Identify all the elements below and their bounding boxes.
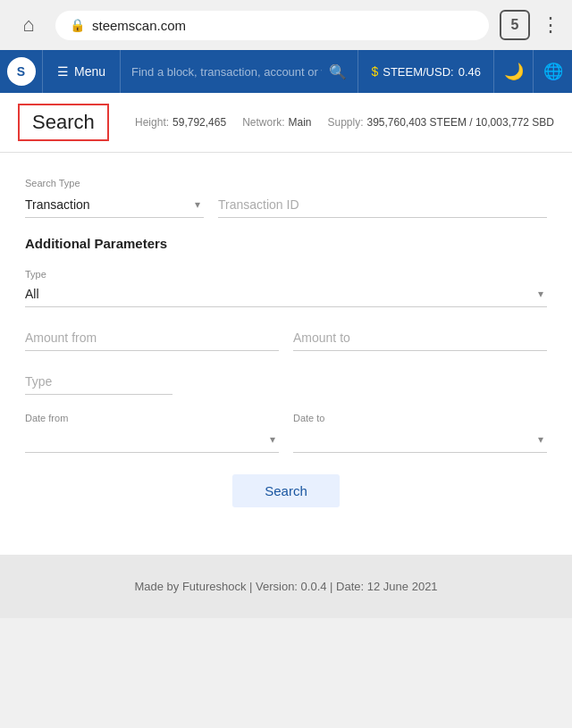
network-stat: Network: Main bbox=[242, 116, 311, 129]
search-button[interactable]: Search bbox=[232, 474, 340, 507]
additional-params-title: Additional Parameters bbox=[25, 236, 547, 251]
nav-price: $ STEEM/USD: 0.46 bbox=[358, 50, 493, 93]
nav-logo[interactable]: S bbox=[0, 50, 43, 93]
date-to-group: Date to ▾ bbox=[293, 413, 547, 453]
height-value: 59,792,465 bbox=[172, 116, 226, 129]
type-label: Type bbox=[25, 269, 46, 280]
search-type-group: Search Type Transaction Block Account Wi… bbox=[25, 178, 204, 218]
date-row: Date from ▾ Date to ▾ bbox=[25, 413, 547, 453]
address-bar[interactable]: 🔒 steemscan.com bbox=[55, 11, 489, 40]
home-icon: ⌂ bbox=[22, 13, 34, 37]
browser-chrome: ⌂ 🔒 steemscan.com 5 ⋮ bbox=[0, 0, 572, 50]
nav-actions: 🌙 🌐 bbox=[493, 50, 572, 93]
menu-label: Menu bbox=[74, 64, 105, 79]
amount-row bbox=[25, 325, 547, 351]
price-label: STEEM/USD: bbox=[383, 65, 453, 79]
date-from-select[interactable] bbox=[25, 427, 279, 453]
nav-search-area: 🔍 bbox=[121, 63, 358, 80]
supply-label: Supply: bbox=[327, 116, 363, 129]
nav-search-input[interactable] bbox=[131, 65, 322, 79]
transaction-id-group bbox=[218, 192, 547, 218]
search-type-label: Search Type bbox=[25, 178, 204, 188]
price-value: 0.46 bbox=[458, 65, 481, 79]
date-to-select-wrapper: ▾ bbox=[293, 427, 547, 453]
date-from-select-wrapper: ▾ bbox=[25, 427, 279, 453]
amount-from-group bbox=[25, 325, 279, 351]
amount-to-group bbox=[293, 325, 547, 351]
amount-to-input[interactable] bbox=[293, 325, 547, 351]
lock-icon: 🔒 bbox=[70, 18, 85, 32]
supply-value: 395,760,403 STEEM / 10,003,772 SBD bbox=[367, 116, 554, 129]
height-label: Height: bbox=[135, 116, 169, 129]
amount-from-input[interactable] bbox=[25, 325, 279, 351]
transaction-id-input[interactable] bbox=[218, 192, 547, 218]
logo-circle: S bbox=[7, 57, 36, 86]
date-to-label: Date to bbox=[293, 413, 547, 423]
search-type-row: Search Type Transaction Block Account Wi… bbox=[25, 178, 547, 218]
nav-menu-button[interactable]: ☰ Menu bbox=[43, 50, 121, 93]
type-text-input[interactable] bbox=[25, 369, 172, 395]
page-title: Search bbox=[18, 104, 109, 141]
additional-params-section: Additional Parameters Type All Transfer … bbox=[25, 236, 547, 453]
main-content: Search Type Transaction Block Account Wi… bbox=[0, 153, 572, 555]
page-stats: Height: 59,792,465 Network: Main Supply:… bbox=[135, 116, 554, 129]
tab-count-badge[interactable]: 5 bbox=[500, 10, 530, 40]
date-from-group: Date from ▾ bbox=[25, 413, 279, 453]
browser-menu-button[interactable]: ⋮ bbox=[541, 13, 559, 37]
network-label: Network: bbox=[242, 116, 284, 129]
home-button[interactable]: ⌂ bbox=[13, 9, 45, 41]
dollar-icon: $ bbox=[371, 64, 378, 79]
network-value: Main bbox=[288, 116, 311, 129]
supply-stat: Supply: 395,760,403 STEEM / 10,003,772 S… bbox=[327, 116, 554, 129]
dark-mode-button[interactable]: 🌙 bbox=[493, 50, 533, 93]
page-header: Search Height: 59,792,465 Network: Main … bbox=[0, 93, 572, 153]
date-from-label: Date from bbox=[25, 413, 279, 423]
footer: Made by Futureshock | Version: 0.0.4 | D… bbox=[0, 555, 572, 618]
navbar: S ☰ Menu 🔍 $ STEEM/USD: 0.46 🌙 🌐 bbox=[0, 50, 572, 93]
menu-hamburger-icon: ☰ bbox=[57, 64, 69, 79]
language-button[interactable]: 🌐 bbox=[533, 50, 572, 93]
type-group: Type All Transfer Vote Comment Delegate … bbox=[25, 265, 547, 307]
date-to-select[interactable] bbox=[293, 427, 547, 453]
height-stat: Height: 59,792,465 bbox=[135, 116, 226, 129]
footer-text: Made by Futureshock | Version: 0.0.4 | D… bbox=[134, 580, 437, 593]
nav-search-icon[interactable]: 🔍 bbox=[329, 63, 347, 80]
type-select[interactable]: All Transfer Vote Comment Delegate bbox=[25, 281, 547, 307]
type-input-group bbox=[25, 369, 172, 395]
url-text: steemscan.com bbox=[92, 18, 186, 33]
search-type-select[interactable]: Transaction Block Account Witness bbox=[25, 192, 204, 218]
